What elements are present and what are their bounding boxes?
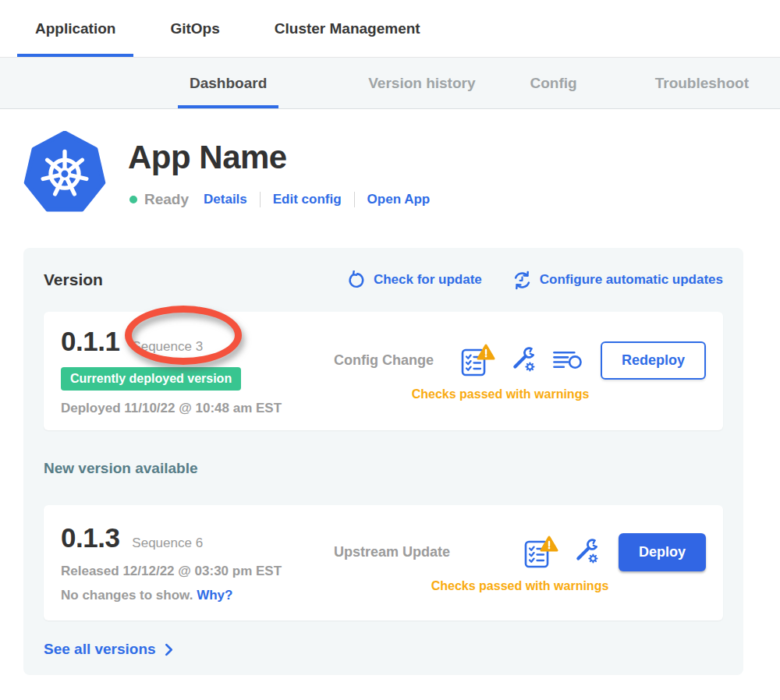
edit-config-values-icon[interactable] [573, 538, 601, 566]
available-version-number: 0.1.3 [61, 522, 119, 553]
open-app-link[interactable]: Open App [367, 192, 431, 207]
app-status-text: Ready [144, 191, 189, 208]
refresh-icon [347, 270, 367, 290]
tab-application[interactable]: Application [17, 0, 133, 57]
see-all-versions-link[interactable]: See all versions [44, 641, 173, 658]
see-all-versions-label: See all versions [44, 641, 156, 658]
why-link[interactable]: Why? [197, 588, 232, 603]
current-checks-status: Checks passed with warnings [334, 387, 667, 401]
available-version-source: Upstream Update [334, 544, 450, 560]
currently-deployed-badge: Currently deployed version [61, 367, 241, 391]
edit-config-link[interactable]: Edit config [273, 192, 342, 207]
tab-cluster-management[interactable]: Cluster Management [257, 0, 438, 57]
tab-gitops[interactable]: GitOps [152, 0, 237, 57]
chevron-right-icon [165, 643, 173, 656]
new-version-available-heading: New version available [44, 460, 723, 477]
version-panel-title: Version [44, 270, 103, 289]
primary-nav: Application GitOps Cluster Management [0, 0, 780, 58]
preflight-checks-icon[interactable] [460, 343, 496, 377]
current-version-number: 0.1.1 [61, 326, 119, 357]
check-for-update-link[interactable]: Check for update [347, 270, 482, 290]
deployed-timestamp: Deployed 11/10/22 @ 10:48 am EST [61, 401, 318, 416]
no-changes-text: No changes to show. Why? [61, 588, 318, 603]
edit-config-values-icon[interactable] [510, 346, 538, 374]
tab-version-history[interactable]: Version history [356, 58, 487, 108]
tab-config[interactable]: Config [519, 58, 589, 108]
configure-automatic-updates-label: Configure automatic updates [540, 272, 723, 288]
version-panel-header: Version Check for update [44, 268, 723, 292]
divider [354, 192, 355, 207]
ready-status-dot-icon [129, 196, 137, 203]
version-panel: Version Check for update [23, 248, 743, 675]
page-title: App Name [128, 139, 287, 176]
check-for-update-label: Check for update [374, 272, 482, 288]
current-version-sequence: Sequence 3 [132, 339, 203, 355]
redeploy-button[interactable]: Redeploy [601, 341, 706, 380]
app-status-row: Ready Details Edit config Open App [129, 189, 430, 210]
kubernetes-logo-icon [23, 131, 106, 214]
view-files-diff-icon[interactable] [552, 348, 583, 373]
available-checks-status: Checks passed with warnings [334, 579, 706, 593]
secondary-nav: Dashboard Version history Config Trouble… [0, 58, 780, 109]
current-version-source: Config Change [334, 352, 434, 369]
details-link[interactable]: Details [204, 192, 247, 207]
current-version-card: 0.1.1 Sequence 3 Currently deployed vers… [44, 312, 723, 430]
tab-troubleshoot[interactable]: Troubleshoot [644, 58, 760, 108]
preflight-checks-icon[interactable] [523, 535, 559, 569]
tab-dashboard[interactable]: Dashboard [178, 58, 278, 108]
auto-update-schedule-icon [512, 270, 533, 291]
deploy-button[interactable]: Deploy [619, 533, 706, 571]
configure-automatic-updates-link[interactable]: Configure automatic updates [512, 270, 723, 291]
divider [260, 192, 261, 207]
available-version-sequence: Sequence 6 [132, 536, 203, 551]
released-timestamp: Released 12/12/22 @ 03:30 pm EST [61, 564, 318, 579]
available-version-card: 0.1.3 Sequence 6 Released 12/12/22 @ 03:… [44, 505, 723, 620]
